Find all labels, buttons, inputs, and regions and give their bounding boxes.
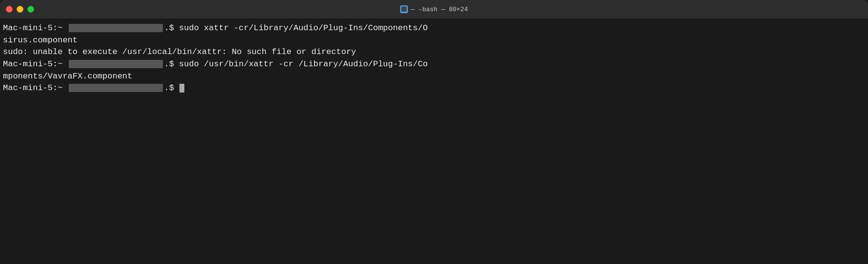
terminal-line: Mac-mini-5:~ .$ sudo /usr/bin/xattr -cr … — [3, 58, 865, 71]
error-text: sudo: unable to execute /usr/local/bin/x… — [3, 47, 356, 57]
close-button[interactable] — [6, 6, 13, 13]
command-text: .$ sudo /usr/bin/xattr -cr /Library/Audi… — [164, 59, 428, 69]
terminal-line: Mac-mini-5:~ .$ sudo xattr -cr/Library/A… — [3, 22, 865, 35]
prompt-suffix: .$ — [164, 83, 179, 93]
redacted-username — [69, 60, 163, 68]
prompt: Mac-mini-5:~ — [3, 59, 68, 69]
terminal-body[interactable]: Mac-mini-5:~ .$ sudo xattr -cr/Library/A… — [0, 19, 868, 264]
output-text: sirus.component — [3, 36, 78, 45]
terminal-line: Mac-mini-5:~ .$ — [3, 82, 865, 94]
redacted-username — [69, 24, 163, 32]
title-bar-center: ⬛ — -bash — 80×24 — [400, 5, 468, 13]
prompt: Mac-mini-5:~ — [3, 23, 68, 33]
output-text: mponents/VavraFX.component — [3, 72, 132, 81]
title-bar: ⬛ — -bash — 80×24 — [0, 0, 868, 19]
redacted-username — [69, 84, 163, 92]
maximize-button[interactable] — [27, 6, 34, 13]
terminal-line: mponents/VavraFX.component — [3, 71, 865, 83]
prompt: Mac-mini-5:~ — [3, 83, 68, 93]
terminal-cursor — [179, 84, 184, 93]
minimize-button[interactable] — [17, 6, 23, 13]
terminal-icon: ⬛ — [400, 5, 408, 13]
terminal-line: sirus.component — [3, 35, 865, 47]
window-title: — -bash — 80×24 — [411, 6, 468, 13]
terminal-line: sudo: unable to execute /usr/local/bin/x… — [3, 46, 865, 58]
traffic-lights — [6, 6, 34, 13]
terminal-window: ⬛ — -bash — 80×24 Mac-mini-5:~ .$ sudo x… — [0, 0, 868, 264]
command-text: .$ sudo xattr -cr/Library/Audio/Plug-Ins… — [164, 23, 428, 33]
